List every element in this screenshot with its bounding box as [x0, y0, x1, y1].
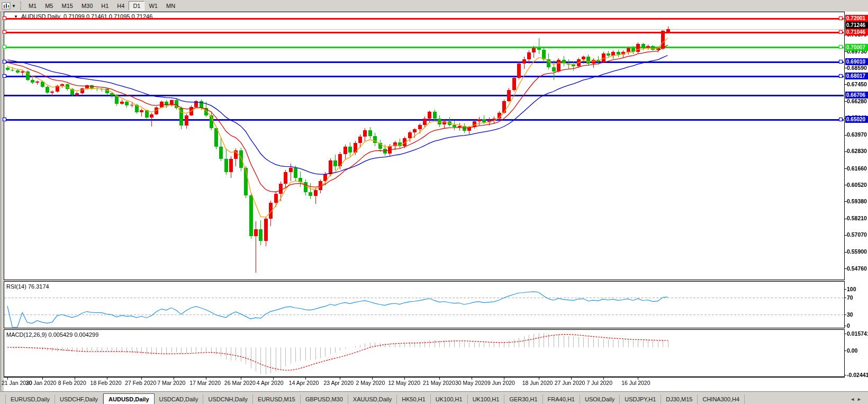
- tab-USDCHF-Daily[interactable]: USDCHF,Daily: [55, 394, 103, 404]
- tab-HK50-H1[interactable]: HK50,H1: [397, 394, 431, 404]
- tab-XAUUSD-Daily[interactable]: XAUUSD,Daily: [348, 394, 397, 404]
- window-left-border: [1, 12, 1, 391]
- rsi-scale-100: 100: [847, 286, 856, 292]
- tab-GER30-H1[interactable]: GER30,H1: [504, 394, 542, 404]
- date-label-8-Feb-2020: 8 Feb 2020: [58, 380, 86, 386]
- tab-scroll-right-icon: ►: [857, 397, 864, 402]
- rsi-scale-30: 30: [847, 311, 853, 318]
- tab-USOil-Daily[interactable]: USOil,Daily: [580, 394, 620, 404]
- timeframe-button-M15[interactable]: M15: [57, 1, 77, 11]
- timeframe-button-W1[interactable]: W1: [144, 1, 162, 11]
- rsi-indicator-label: RSI(14) 76.3174: [6, 283, 49, 290]
- macd-panel[interactable]: [4, 329, 845, 377]
- timeframe-button-D1[interactable]: D1: [129, 1, 144, 11]
- macd-scale--0.024412: -0.024412: [847, 372, 868, 378]
- rsi-scale-70: 70: [847, 294, 853, 301]
- timeframe-button-M5[interactable]: M5: [41, 1, 57, 11]
- price-tick-0.68590: 0.68590: [847, 65, 867, 71]
- rsi-scale-0: 0: [847, 322, 850, 329]
- price-tick-0.61660: 0.61660: [847, 165, 867, 172]
- price-tick-0.66280: 0.66280: [847, 98, 867, 105]
- date-label-9-Jun-2020: 9 Jun 2020: [487, 380, 515, 386]
- tab-USDCAD-Daily[interactable]: USDCAD,Daily: [155, 394, 204, 404]
- date-label-12-May-2020: 12 May 2020: [388, 380, 420, 386]
- date-label-27-Jun-2020: 27 Jun 2020: [555, 380, 585, 386]
- rsi-panel[interactable]: [4, 281, 845, 328]
- price-tick-0.58210: 0.58210: [847, 215, 867, 222]
- date-label-17-Mar-2020: 17 Mar 2020: [189, 380, 221, 386]
- price-tick-0.63970: 0.63970: [847, 131, 867, 138]
- level-label-0.72001: 0.72001: [845, 15, 868, 22]
- timeframe-button-H4[interactable]: H4: [113, 1, 129, 11]
- price-tick-0.62830: 0.62830: [847, 148, 867, 155]
- tab-USDJPY-H1[interactable]: USDJPY,H1: [620, 394, 661, 404]
- date-label-7-Mar-2020: 7 Mar 2020: [157, 380, 185, 386]
- level-label-0.68017: 0.68017: [845, 73, 868, 79]
- tab-stub: [0, 394, 6, 404]
- date-label-26-Mar-2020: 26 Mar 2020: [224, 380, 256, 386]
- level-label-0.65020: 0.65020: [845, 116, 868, 123]
- date-label-2-May-2020: 2 May 2020: [356, 380, 385, 386]
- price-tick-0.57070: 0.57070: [847, 231, 867, 238]
- price-tick-0.60520: 0.60520: [847, 182, 867, 188]
- date-label-4-Apr-2020: 4 Apr 2020: [257, 380, 284, 386]
- tab-scroll-left-icon: ◄: [850, 397, 857, 402]
- date-label-18-Feb-2020: 18 Feb 2020: [91, 380, 122, 386]
- timeframe-button-H1[interactable]: H1: [97, 1, 113, 11]
- date-label-16-Jul-2020: 16 Jul 2020: [621, 380, 650, 386]
- object-marker-icon: ▼: [14, 14, 18, 19]
- tab-USDCNH-Daily[interactable]: USDCNH,Daily: [203, 394, 253, 404]
- date-label-30-Jan-2020: 30 Jan 2020: [26, 380, 57, 386]
- main-chart-panel[interactable]: [4, 12, 845, 280]
- bid-price-label: 0.71246: [845, 22, 868, 29]
- tab-UK100-H1[interactable]: UK100,H1: [431, 394, 468, 404]
- macd-indicator-label: MACD(12,26,9) 0.005429 0.004299: [6, 331, 98, 338]
- chevron-down-icon[interactable]: ▼: [12, 4, 16, 8]
- date-label-27-Feb-2020: 27 Feb 2020: [125, 380, 156, 386]
- chart-tabs: EURUSD,DailyUSDCHF,DailyAUDUSD,DailyUSDC…: [6, 393, 745, 404]
- tab-DJ30-M15[interactable]: DJ30,M15: [661, 394, 698, 404]
- tab-GBPUSD-M30[interactable]: GBPUSD,M30: [301, 394, 348, 404]
- timeframe-button-MN[interactable]: MN: [162, 1, 179, 11]
- tab-scroll-arrows[interactable]: ◄►: [850, 397, 864, 404]
- macd-scale-0.015741: 0.015741: [847, 330, 868, 337]
- level-label-0.70007: 0.70007: [845, 44, 868, 51]
- date-label-14-Apr-2020: 14 Apr 2020: [289, 380, 319, 386]
- date-label-18-Jun-2020: 18 Jun 2020: [522, 380, 553, 386]
- tab-UK100-H1[interactable]: UK100,H1: [468, 394, 505, 404]
- price-tick-0.55900: 0.55900: [847, 248, 867, 255]
- timeframe-button-M30[interactable]: M30: [77, 1, 97, 11]
- timeframe-button-M1[interactable]: M1: [24, 1, 41, 11]
- date-label-23-Apr-2020: 23 Apr 2020: [323, 380, 354, 386]
- timeframes-toolbar: ▼ M1M5M15M30H1H4D1W1MN: [0, 0, 868, 12]
- level-label-0.71046: 0.71046: [845, 29, 868, 35]
- price-tick-0.54760: 0.54760: [847, 265, 867, 272]
- date-label-7-Jul-2020: 7 Jul 2020: [587, 380, 612, 386]
- price-tick-0.59380: 0.59380: [847, 198, 867, 205]
- chart-tab-bar: EURUSD,DailyUSDCHF,DailyAUDUSD,DailyUSDC…: [0, 391, 868, 404]
- date-label-30-May-2020: 30 May 2020: [455, 380, 487, 386]
- level-label-0.66706: 0.66706: [845, 92, 868, 98]
- tab-AUDUSD-Daily[interactable]: AUDUSD,Daily: [103, 393, 154, 404]
- chart-title-ohlc: AUDUSD,Daily 0.71099 0.71461 0.71095 0.7…: [21, 13, 152, 20]
- tab-EURUSD-M15[interactable]: EURUSD,M15: [253, 394, 301, 404]
- price-tick-0.67450: 0.67450: [847, 81, 867, 88]
- chart-type-icon[interactable]: [2, 2, 11, 10]
- tab-FRA40-H1[interactable]: FRA40,H1: [543, 394, 580, 404]
- trading-terminal-window: ▼ M1M5M15M30H1H4D1W1MN AUDUSD,Daily 0.71…: [0, 0, 868, 404]
- date-label-21-May-2020: 21 May 2020: [423, 380, 455, 386]
- timeframe-buttons: M1M5M15M30H1H4D1W1MN: [24, 1, 179, 11]
- macd-scale-0.00: 0.00: [847, 347, 857, 354]
- level-label-0.69010: 0.69010: [845, 58, 868, 65]
- tab-EURUSD-Daily[interactable]: EURUSD,Daily: [6, 394, 55, 404]
- tab-CHINA300-H4[interactable]: CHINA300,H4: [698, 394, 745, 404]
- toolbar-grip[interactable]: [20, 2, 21, 10]
